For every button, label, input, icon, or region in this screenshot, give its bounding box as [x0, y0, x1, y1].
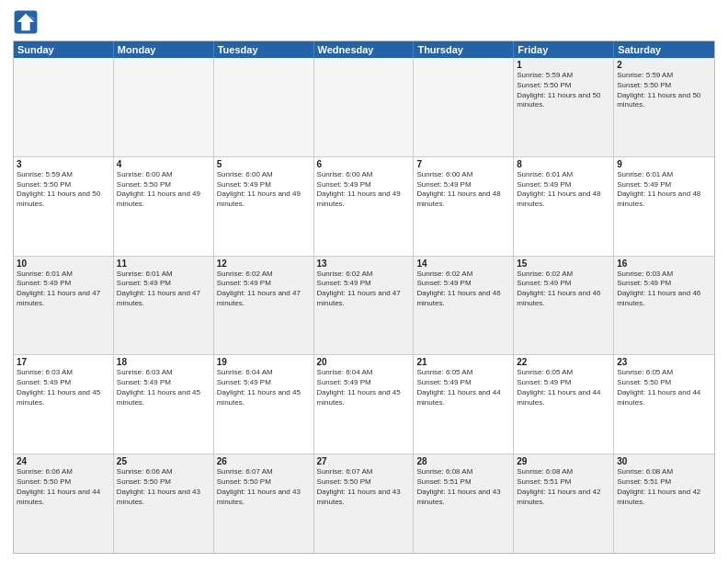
calendar-cell: 18Sunrise: 6:03 AM Sunset: 5:49 PM Dayli… [114, 355, 214, 454]
cell-info: Sunrise: 6:01 AM Sunset: 5:49 PM Dayligh… [17, 270, 110, 309]
calendar-row-2: 3Sunrise: 5:59 AM Sunset: 5:50 PM Daylig… [14, 157, 714, 257]
day-number: 5 [217, 159, 311, 169]
day-header-sunday: Sunday [14, 41, 114, 58]
day-number: 17 [17, 357, 110, 367]
cell-info: Sunrise: 6:02 AM Sunset: 5:49 PM Dayligh… [517, 270, 610, 309]
cell-info: Sunrise: 5:59 AM Sunset: 5:50 PM Dayligh… [617, 71, 711, 110]
cell-info: Sunrise: 6:01 AM Sunset: 5:49 PM Dayligh… [117, 270, 210, 309]
calendar-body: 1Sunrise: 5:59 AM Sunset: 5:50 PM Daylig… [14, 58, 714, 553]
cell-info: Sunrise: 6:06 AM Sunset: 5:50 PM Dayligh… [117, 467, 210, 507]
day-number: 13 [317, 259, 411, 269]
calendar-cell: 4Sunrise: 6:00 AM Sunset: 5:50 PM Daylig… [114, 157, 214, 256]
page: SundayMondayTuesdayWednesdayThursdayFrid… [0, 0, 728, 563]
day-header-thursday: Thursday [414, 41, 514, 58]
day-number: 7 [416, 159, 510, 169]
day-number: 10 [17, 259, 110, 269]
calendar-cell: 29Sunrise: 6:08 AM Sunset: 5:51 PM Dayli… [514, 454, 614, 553]
cell-info: Sunrise: 6:03 AM Sunset: 5:49 PM Dayligh… [617, 270, 711, 309]
logo [13, 9, 42, 35]
day-number: 1 [517, 60, 610, 70]
cell-info: Sunrise: 6:00 AM Sunset: 5:49 PM Dayligh… [217, 170, 311, 210]
day-number: 14 [416, 259, 510, 269]
cell-info: Sunrise: 6:07 AM Sunset: 5:50 PM Dayligh… [217, 467, 311, 507]
day-number: 11 [117, 259, 210, 269]
header [13, 9, 715, 35]
day-number: 26 [217, 456, 311, 466]
calendar-cell [314, 58, 415, 156]
day-header-tuesday: Tuesday [214, 41, 314, 58]
calendar-cell: 11Sunrise: 6:01 AM Sunset: 5:49 PM Dayli… [114, 257, 214, 355]
calendar-cell: 21Sunrise: 6:05 AM Sunset: 5:49 PM Dayli… [414, 355, 514, 454]
day-number: 18 [117, 357, 210, 367]
calendar-cell: 27Sunrise: 6:07 AM Sunset: 5:50 PM Dayli… [314, 454, 415, 553]
cell-info: Sunrise: 6:02 AM Sunset: 5:49 PM Dayligh… [317, 270, 411, 309]
day-number: 27 [317, 456, 411, 466]
cell-info: Sunrise: 6:05 AM Sunset: 5:49 PM Dayligh… [416, 368, 510, 408]
calendar-cell: 3Sunrise: 5:59 AM Sunset: 5:50 PM Daylig… [14, 157, 114, 256]
cell-info: Sunrise: 6:04 AM Sunset: 5:49 PM Dayligh… [317, 368, 411, 408]
day-number: 28 [416, 456, 510, 466]
day-number: 29 [517, 456, 610, 466]
day-number: 9 [617, 159, 711, 169]
day-number: 3 [17, 159, 110, 169]
cell-info: Sunrise: 6:05 AM Sunset: 5:50 PM Dayligh… [617, 368, 711, 408]
cell-info: Sunrise: 6:08 AM Sunset: 5:51 PM Dayligh… [416, 467, 510, 507]
cell-info: Sunrise: 6:02 AM Sunset: 5:49 PM Dayligh… [416, 270, 510, 309]
calendar-cell: 26Sunrise: 6:07 AM Sunset: 5:50 PM Dayli… [214, 454, 314, 553]
calendar-cell: 14Sunrise: 6:02 AM Sunset: 5:49 PM Dayli… [414, 257, 514, 355]
calendar-cell: 6Sunrise: 6:00 AM Sunset: 5:49 PM Daylig… [314, 157, 415, 256]
calendar-cell: 24Sunrise: 6:06 AM Sunset: 5:50 PM Dayli… [14, 454, 114, 553]
calendar-row-5: 24Sunrise: 6:06 AM Sunset: 5:50 PM Dayli… [14, 454, 714, 553]
logo-icon [13, 9, 39, 35]
calendar-cell: 17Sunrise: 6:03 AM Sunset: 5:49 PM Dayli… [14, 355, 114, 454]
calendar-cell: 10Sunrise: 6:01 AM Sunset: 5:49 PM Dayli… [14, 257, 114, 355]
cell-info: Sunrise: 6:06 AM Sunset: 5:50 PM Dayligh… [17, 467, 110, 507]
day-number: 19 [217, 357, 311, 367]
calendar-cell: 5Sunrise: 6:00 AM Sunset: 5:49 PM Daylig… [214, 157, 314, 256]
calendar-cell: 8Sunrise: 6:01 AM Sunset: 5:49 PM Daylig… [514, 157, 614, 256]
calendar-cell: 7Sunrise: 6:00 AM Sunset: 5:49 PM Daylig… [414, 157, 514, 256]
calendar-cell: 23Sunrise: 6:05 AM Sunset: 5:50 PM Dayli… [614, 355, 714, 454]
day-number: 23 [617, 357, 711, 367]
calendar-row-1: 1Sunrise: 5:59 AM Sunset: 5:50 PM Daylig… [14, 58, 714, 157]
day-header-wednesday: Wednesday [314, 41, 415, 58]
day-number: 2 [617, 60, 711, 70]
cell-info: Sunrise: 6:08 AM Sunset: 5:51 PM Dayligh… [617, 467, 711, 507]
cell-info: Sunrise: 6:07 AM Sunset: 5:50 PM Dayligh… [317, 467, 411, 507]
day-header-monday: Monday [114, 41, 214, 58]
cell-info: Sunrise: 6:00 AM Sunset: 5:49 PM Dayligh… [317, 170, 411, 210]
cell-info: Sunrise: 6:00 AM Sunset: 5:50 PM Dayligh… [117, 170, 210, 210]
calendar-row-4: 17Sunrise: 6:03 AM Sunset: 5:49 PM Dayli… [14, 355, 714, 454]
day-number: 15 [517, 259, 610, 269]
cell-info: Sunrise: 6:00 AM Sunset: 5:49 PM Dayligh… [416, 170, 510, 210]
cell-info: Sunrise: 5:59 AM Sunset: 5:50 PM Dayligh… [517, 71, 610, 110]
cell-info: Sunrise: 6:02 AM Sunset: 5:49 PM Dayligh… [217, 270, 311, 309]
calendar-cell: 25Sunrise: 6:06 AM Sunset: 5:50 PM Dayli… [114, 454, 214, 553]
calendar-cell: 22Sunrise: 6:05 AM Sunset: 5:49 PM Dayli… [514, 355, 614, 454]
day-number: 22 [517, 357, 610, 367]
cell-info: Sunrise: 6:05 AM Sunset: 5:49 PM Dayligh… [517, 368, 610, 408]
day-number: 4 [117, 159, 210, 169]
calendar-row-3: 10Sunrise: 6:01 AM Sunset: 5:49 PM Dayli… [14, 257, 714, 356]
day-number: 16 [617, 259, 711, 269]
day-number: 30 [617, 456, 711, 466]
day-number: 24 [17, 456, 110, 466]
day-number: 20 [317, 357, 411, 367]
day-number: 12 [217, 259, 311, 269]
calendar-cell: 20Sunrise: 6:04 AM Sunset: 5:49 PM Dayli… [314, 355, 415, 454]
day-header-saturday: Saturday [614, 41, 714, 58]
cell-info: Sunrise: 6:01 AM Sunset: 5:49 PM Dayligh… [617, 170, 711, 210]
cell-info: Sunrise: 6:01 AM Sunset: 5:49 PM Dayligh… [517, 170, 610, 210]
cell-info: Sunrise: 6:03 AM Sunset: 5:49 PM Dayligh… [17, 368, 110, 408]
day-number: 6 [317, 159, 411, 169]
calendar-cell: 28Sunrise: 6:08 AM Sunset: 5:51 PM Dayli… [414, 454, 514, 553]
calendar-cell: 13Sunrise: 6:02 AM Sunset: 5:49 PM Dayli… [314, 257, 415, 355]
cell-info: Sunrise: 6:08 AM Sunset: 5:51 PM Dayligh… [517, 467, 610, 507]
calendar-cell: 15Sunrise: 6:02 AM Sunset: 5:49 PM Dayli… [514, 257, 614, 355]
calendar-cell [114, 58, 214, 156]
calendar-cell: 1Sunrise: 5:59 AM Sunset: 5:50 PM Daylig… [514, 58, 614, 156]
calendar-cell: 2Sunrise: 5:59 AM Sunset: 5:50 PM Daylig… [614, 58, 714, 156]
calendar-cell: 12Sunrise: 6:02 AM Sunset: 5:49 PM Dayli… [214, 257, 314, 355]
calendar-cell: 30Sunrise: 6:08 AM Sunset: 5:51 PM Dayli… [614, 454, 714, 553]
day-number: 25 [117, 456, 210, 466]
